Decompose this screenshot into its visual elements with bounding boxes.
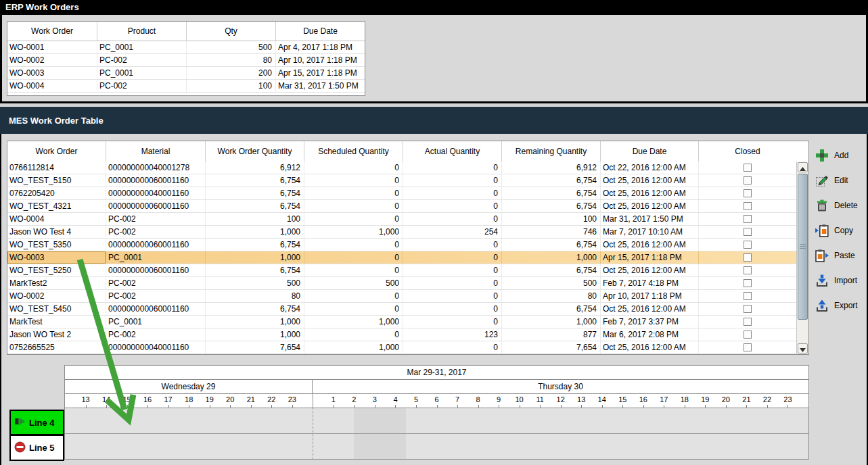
cell-remaining_quantity: 6,754 [502,200,601,212]
erp-panel-body: Work OrderProductQtyDue Date WO-0001PC_0… [2,15,866,101]
hour-label: 5 [414,395,418,403]
cell-actual_quantity: 0 [403,303,502,315]
cell-due_date: Apr 10, 2017 1:18 PM [601,290,699,302]
day-boundary-header [313,394,313,408]
closed-checkbox[interactable] [744,305,752,313]
column-header-due_date[interactable]: Due Date [276,22,365,41]
hour-tick [685,405,685,408]
schedule-lane-line-5[interactable] [65,434,808,459]
hour-tick [478,405,479,408]
column-header-actual_quantity[interactable]: Actual Quantity [403,141,502,162]
cell-work_order: WO-0004 [7,213,106,225]
scrollbar-thumb[interactable] [798,174,808,320]
cell-work_order: WO-0001 [7,41,97,53]
closed-checkbox[interactable] [744,202,752,210]
cell-actual_quantity: 0 [403,213,502,225]
closed-checkbox[interactable] [744,292,752,300]
closed-checkbox[interactable] [744,164,752,172]
hour-header-row: 1314151617181920212223123456789101112131… [64,393,809,408]
closed-checkbox[interactable] [744,253,752,262]
closed-checkbox[interactable] [744,215,752,223]
hour-label: 21 [247,395,255,403]
hour-tick [292,405,293,408]
cell-scheduled_quantity: 0 [304,187,403,199]
hour-tick [561,405,562,408]
table-row[interactable]: WO_TEST_52500000000000600011606,754006,7… [7,264,796,277]
column-header-material[interactable]: Material [106,141,206,162]
table-row[interactable]: Jason WO Test 4PC-0021,0001,000254746Mar… [7,226,796,239]
button-label: Delete [834,201,858,210]
table-row[interactable]: MarkTestPC_00011,0001,00001,000Feb 7, 20… [7,316,796,328]
export-icon [815,299,829,312]
column-header-scheduled_quantity[interactable]: Scheduled Quantity [304,141,403,162]
cell-scheduled_quantity: 0 [304,239,403,251]
table-row[interactable]: 07661128140000000000400012786,912006,912… [7,162,796,174]
table-row[interactable]: WO-0004PC-002100Mar 31, 2017 1:50 PM [7,80,365,93]
table-row[interactable]: WO_TEST_43210000000000600011606,754006,7… [7,200,796,213]
stopped-icon [14,441,26,455]
vertical-scrollbar[interactable] [796,162,808,354]
export-button[interactable]: Export [815,297,867,313]
cell-product: PC_0001 [97,41,187,53]
table-row[interactable]: MarkTest2PC-0025005000500Feb 7, 2017 4:1… [7,277,796,290]
cell-due_date: Feb 7, 2017 3:37 PM [601,316,699,328]
column-header-work_order_quantity[interactable]: Work Order Quantity [206,141,304,162]
table-row[interactable]: 07622054200000000000400011606,754006,754… [7,187,796,200]
cell-remaining_quantity: 6,754 [502,264,601,276]
add-button[interactable]: Add [815,147,867,163]
cell-due_date: Apr 15, 2017 1:18 PM [601,251,699,264]
cell-actual_quantity: 0 [403,264,502,276]
column-header-product[interactable]: Product [97,22,187,41]
table-row[interactable]: Jason WO Test 2PC-0021,0000123877Mar 6, … [7,328,796,341]
line-header-line-4[interactable]: Line 4 [9,410,64,435]
table-row[interactable]: WO_TEST_54500000000000600011606,754006,7… [7,303,796,316]
hour-label: 21 [742,395,750,403]
cell-work_order: MarkTest [7,316,106,328]
running-icon [14,416,26,429]
column-header-work_order[interactable]: Work Order [7,141,106,162]
column-header-closed[interactable]: Closed [699,141,796,162]
import-button[interactable]: Import [815,272,867,288]
cell-product: PC_0001 [97,67,187,79]
closed-checkbox[interactable] [744,331,752,339]
hour-tick [705,405,706,408]
closed-checkbox[interactable] [744,279,752,287]
line-header-line-5[interactable]: Line 5 [9,435,64,461]
cell-actual_quantity: 254 [403,226,502,238]
delete-button[interactable]: Delete [815,197,867,213]
closed-checkbox[interactable] [744,189,752,197]
closed-checkbox[interactable] [744,318,752,326]
schedule-grid: Mar 29-31, 2017 Wednesday 29Thursday 30 … [64,365,809,461]
scroll-up-button[interactable] [798,162,808,172]
table-row[interactable]: WO-0003PC_0001200Apr 15, 2017 1:18 PM [7,67,365,80]
cell-due_date: Apr 4, 2017 1:18 PM [276,41,365,53]
closed-checkbox[interactable] [744,241,752,249]
scroll-down-button[interactable] [798,343,808,353]
column-header-remaining_quantity[interactable]: Remaining Quantity [502,141,601,162]
hour-tick [395,405,396,408]
paste-button[interactable]: Paste [815,247,867,263]
cell-closed [699,226,796,238]
edit-button[interactable]: Edit [815,172,867,188]
column-header-work_order[interactable]: Work Order [7,22,97,41]
hour-label: 15 [122,395,131,403]
hour-tick [86,405,87,408]
table-row[interactable]: WO-0004PC-00210000100Mar 31, 2017 1:50 P… [7,213,796,226]
column-header-due_date[interactable]: Due Date [601,141,699,162]
copy-button[interactable]: Copy [815,222,867,238]
table-row[interactable]: WO_TEST_51500000000000600011606,754006,7… [7,174,796,187]
closed-checkbox[interactable] [744,176,752,185]
closed-checkbox[interactable] [744,343,752,351]
table-row[interactable]: WO-0001PC_0001500Apr 4, 2017 1:18 PM [7,41,365,54]
closed-checkbox[interactable] [744,228,752,236]
schedule-lane-line-4[interactable] [65,408,808,433]
table-row[interactable]: WO-0002PC-002800080Apr 10, 2017 1:18 PM [7,290,796,303]
table-action-buttons: AddEditDeleteCopyPasteImportExport [815,147,867,322]
closed-checkbox[interactable] [744,266,752,274]
table-row[interactable]: 07526655250000000000400011607,6541,00007… [7,341,796,354]
table-row[interactable]: WO_TEST_53500000000000600011606,754006,7… [7,239,796,251]
column-header-qty[interactable]: Qty [187,22,276,41]
table-row[interactable]: WO-0003PC_00011,000001,000Apr 15, 2017 1… [7,251,796,264]
table-row[interactable]: WO-0002PC-00280Apr 10, 2017 1:18 PM [7,54,365,67]
cell-scheduled_quantity: 500 [304,277,403,289]
